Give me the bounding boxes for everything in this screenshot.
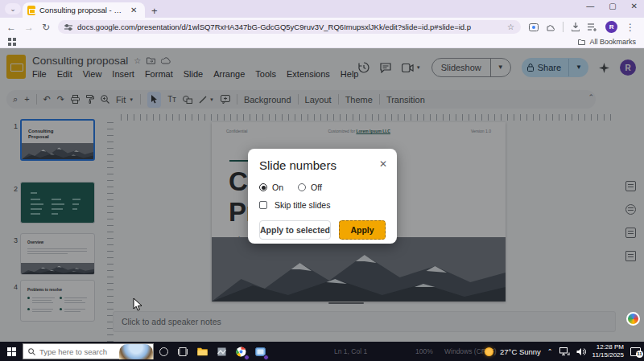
folder-icon [578,39,585,45]
radio-on-control[interactable] [259,183,267,191]
all-bookmarks-button[interactable]: All Bookmarks [578,38,636,46]
slides-favicon [27,6,35,15]
task-view-button[interactable] [173,342,192,361]
taskbar: Ln 1, Col 1 100% Windows (CRLF) 27°C Sun… [0,342,644,361]
bookmarks-bar: All Bookmarks [0,36,644,48]
chrome-button[interactable] [231,342,250,361]
clock-time: 12:28 PM [592,343,624,351]
cortana-button[interactable] [154,342,173,361]
taskbar-search[interactable] [23,343,154,359]
browser-profile-avatar[interactable]: R [605,21,617,33]
tab-title: Consulting proposal - Google S [39,6,126,14]
window-close-button[interactable]: ✕ [631,2,638,10]
window-minimize-button[interactable]: — [586,2,594,10]
notification-badge: 11 [636,351,643,358]
media-app-button[interactable] [250,342,270,361]
clock-date: 11/15/2025 [592,351,624,359]
apply-button[interactable]: Apply [339,220,386,240]
screen: ⌄ Consulting proposal - Google S ✕ + — ▢… [0,0,644,361]
window-maximize-button[interactable]: ▢ [609,2,616,10]
reload-icon[interactable]: ↻ [42,22,50,33]
bookmark-star-icon[interactable]: ☆ [507,23,514,31]
ghost-status-position: Ln 1, Col 1 [334,347,367,355]
skip-title-slides-option[interactable]: Skip title slides [259,200,386,210]
mouse-cursor [133,297,142,312]
weather-widget[interactable]: 27°C Sunny [500,347,541,356]
radio-on-label: On [272,183,283,192]
weather-sun-icon[interactable] [485,347,493,356]
windows-logo-icon [7,347,16,356]
start-button[interactable] [0,347,23,356]
dialog-close-icon[interactable]: ✕ [379,158,387,170]
radio-on[interactable]: On [259,183,283,192]
chrome-profile-badge [244,355,250,360]
side-panel-icon[interactable] [529,23,539,31]
new-tab-button[interactable]: + [151,5,158,17]
search-highlight-image[interactable] [119,344,153,359]
system-tray: 27°C Sunny ⌃ 12:28 PM 11/15/2025 11 [485,342,644,361]
slide-numbers-dialog: Slide numbers ✕ On Off Skip title slides… [248,149,397,244]
navbar-divider [563,22,564,32]
radio-off-control[interactable] [298,183,306,191]
taskbar-clock[interactable]: 12:28 PM 11/15/2025 [592,343,624,359]
browser-tab[interactable]: Consulting proposal - Google S ✕ [23,2,145,18]
radio-off[interactable]: Off [298,183,322,192]
search-icon [28,348,35,355]
gemini-floating-icon[interactable] [626,312,640,326]
download-icon[interactable] [572,23,580,31]
skip-title-slides-checkbox[interactable] [259,201,267,209]
dialog-title: Slide numbers [259,158,386,172]
tray-chevron-icon[interactable]: ⌃ [547,348,553,355]
media-app-badge [263,355,269,360]
site-settings-icon[interactable] [64,23,72,31]
address-bar[interactable]: docs.google.com/presentation/d/1wlSQ7RxH… [58,20,521,34]
apply-to-selected-button[interactable]: Apply to selected [259,220,331,240]
apps-grid-icon[interactable] [8,38,16,46]
skip-title-slides-label: Skip title slides [275,200,330,210]
back-icon[interactable]: ← [6,22,16,33]
ghost-status-zoom: 100% [415,347,433,355]
file-explorer-button[interactable] [192,342,212,361]
maps-app-button[interactable] [212,342,231,361]
extensions-icon[interactable] [547,23,555,31]
radio-off-label: Off [311,183,322,192]
all-bookmarks-label: All Bookmarks [589,38,636,46]
search-input[interactable] [39,347,120,356]
volume-icon[interactable] [576,347,586,356]
forward-icon[interactable]: → [24,22,34,33]
tab-search-icon[interactable]: ⌄ [5,3,21,14]
reading-list-icon[interactable] [588,23,597,31]
chrome-menu-icon[interactable]: ⋮ [625,22,635,33]
tab-close-icon[interactable]: ✕ [130,2,137,18]
network-icon[interactable] [559,347,570,356]
browser-tab-strip: ⌄ Consulting proposal - Google S ✕ + — ▢… [0,0,644,18]
notification-center-icon[interactable]: 11 [630,347,641,356]
browser-navbar: ← → ↻ docs.google.com/presentation/d/1wl… [0,18,644,36]
url-text: docs.google.com/presentation/d/1wlSQ7RxH… [77,23,502,31]
